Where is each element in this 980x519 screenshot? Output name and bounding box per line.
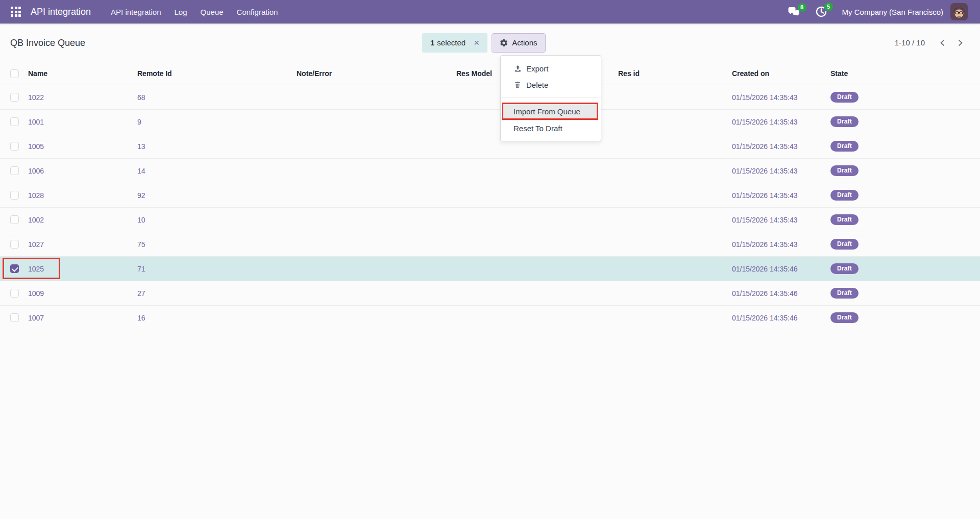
row-checkbox[interactable] [10,166,19,175]
menu-item-api-integration[interactable]: API integration [104,0,167,23]
app-brand[interactable]: API integration [31,7,91,17]
cell-remote-id: 92 [137,191,297,200]
cell-created-on: 01/15/2026 14:35:43 [732,240,830,249]
table-row[interactable]: 1022 68 01/15/2026 14:35:43 Draft [0,85,980,110]
cell-created-on: 01/15/2026 14:35:43 [732,142,830,151]
user-menu-button[interactable] [950,3,968,20]
apps-menu-button[interactable] [7,3,24,20]
status-badge: Draft [830,165,859,176]
cell-remote-id: 16 [137,314,297,322]
status-badge: Draft [830,116,859,127]
table-row[interactable]: 1028 92 01/15/2026 14:35:43 Draft [0,183,980,208]
status-badge: Draft [830,239,859,250]
row-checkbox[interactable] [10,117,19,126]
cell-created-on: 01/15/2026 14:35:43 [732,167,830,175]
table-row[interactable]: 1027 75 01/15/2026 14:35:43 Draft [0,232,980,257]
messages-button[interactable]: 8 [788,7,800,17]
table-row[interactable]: 1025 71 01/15/2026 14:35:46 Draft [0,257,980,281]
row-checkbox[interactable] [10,240,19,249]
row-checkbox[interactable] [10,93,19,102]
row-checkbox[interactable] [10,313,19,322]
menu-item-reset-to-draft[interactable]: Reset To Draft [501,120,601,136]
gear-icon [500,39,508,47]
actions-button[interactable]: Actions [492,33,545,53]
pager: 1-10 / 10 [895,36,969,50]
cell-name: 1022 [28,93,137,102]
menu-item-delete[interactable]: Delete [501,77,601,93]
column-header-created-on[interactable]: Created on [732,69,830,78]
chevron-right-icon [955,38,965,47]
cell-name: 1028 [28,191,137,200]
menu-item-configration[interactable]: Configration [230,0,285,23]
table-body: 1022 68 01/15/2026 14:35:43 Draft 1001 9… [0,85,980,330]
table-row[interactable]: 1002 10 01/15/2026 14:35:43 Draft [0,208,980,232]
column-header-state[interactable]: State [830,69,980,78]
top-navbar: API integration API integration Log Queu… [0,0,980,23]
menu-item-label: Import From Queue [513,107,580,116]
cell-name: 1027 [28,240,137,249]
selection-label: selected [437,38,465,47]
upload-icon [514,65,522,72]
user-avatar [950,3,968,20]
menu-item-label: Delete [526,81,548,89]
menu-item-export[interactable]: Export [501,60,601,77]
cell-remote-id: 13 [137,142,297,151]
main-menu: API integration Log Queue Configration [104,0,284,23]
select-all-checkbox[interactable] [10,69,19,78]
row-checkbox[interactable] [10,191,19,200]
cell-name: 1002 [28,216,137,224]
menu-item-log[interactable]: Log [167,0,193,23]
table-row[interactable]: 1007 16 01/15/2026 14:35:46 Draft [0,306,980,330]
pager-next-button[interactable] [951,36,969,50]
column-header-name[interactable]: Name [28,69,137,78]
cell-created-on: 01/15/2026 14:35:43 [732,118,830,126]
column-header-remote-id[interactable]: Remote Id [137,69,297,78]
cell-remote-id: 27 [137,289,297,298]
cell-created-on: 01/15/2026 14:35:43 [732,191,830,200]
menu-item-import-from-queue[interactable]: Import From Queue [502,103,598,120]
table-row[interactable]: 1005 13 01/15/2026 14:35:43 Draft [0,134,980,159]
selection-count: 1 [430,38,434,47]
cell-remote-id: 9 [137,118,297,126]
systray: 8 5 My Company (San Francisco) [772,3,968,20]
status-badge: Draft [830,263,859,274]
column-header-note-error[interactable]: Note/Error [297,69,456,78]
actions-dropdown-menu: Export Delete Import From Queue Reset To… [500,55,601,141]
chevron-left-icon [938,38,947,47]
cell-name: 1006 [28,167,137,175]
row-checkbox[interactable] [10,264,19,273]
activities-button[interactable]: 5 [816,6,827,17]
cell-name: 1007 [28,314,137,322]
status-badge: Draft [830,190,859,201]
table-row[interactable]: 1009 27 01/15/2026 14:35:46 Draft [0,281,980,306]
cell-remote-id: 71 [137,265,297,273]
row-checkbox[interactable] [10,215,19,224]
company-switcher[interactable]: My Company (San Francisco) [842,8,943,16]
activities-count-badge: 5 [824,3,833,11]
row-checkbox[interactable] [10,289,19,298]
cell-name: 1025 [28,265,137,273]
grid-icon [11,7,21,17]
status-badge: Draft [830,92,859,103]
table-row[interactable]: 1006 14 01/15/2026 14:35:43 Draft [0,159,980,183]
menu-divider [501,97,601,98]
column-header-res-id[interactable]: Res id [618,69,732,78]
cell-created-on: 01/15/2026 14:35:46 [732,265,830,273]
cell-name: 1001 [28,118,137,126]
cell-remote-id: 68 [137,93,297,102]
table-row[interactable]: 1001 9 01/15/2026 14:35:43 Draft [0,110,980,134]
page-title: QB Invoice Queue [10,37,85,48]
trash-icon [514,81,522,89]
control-panel: QB Invoice Queue 1 selected × Actions 1-… [0,23,980,62]
menu-item-queue[interactable]: Queue [194,0,230,23]
menu-item-label: Export [526,64,548,73]
pager-range[interactable]: 1-10 / 10 [895,38,925,47]
cell-created-on: 01/15/2026 14:35:43 [732,216,830,224]
clear-selection-button[interactable]: × [474,38,479,47]
pager-previous-button[interactable] [934,36,951,50]
cell-remote-id: 14 [137,167,297,175]
selection-chip: 1 selected × [422,33,487,53]
menu-item-label: Reset To Draft [513,124,562,133]
actions-button-label: Actions [512,38,537,47]
row-checkbox[interactable] [10,142,19,151]
